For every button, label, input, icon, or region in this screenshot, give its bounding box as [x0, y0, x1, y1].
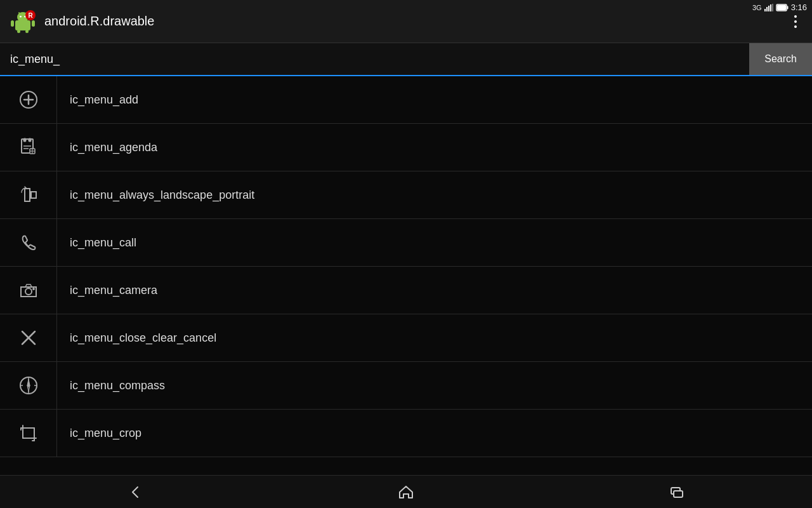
status-bar: 3G 3:16	[747, 0, 812, 15]
close-icon	[18, 328, 39, 348]
item-name: ic_menu_agenda	[57, 141, 157, 154]
search-bar: Search	[0, 43, 812, 76]
home-button[interactable]	[382, 478, 430, 506]
item-icon-cell	[0, 219, 57, 266]
svg-rect-49	[674, 491, 683, 497]
svg-rect-1	[766, 7, 768, 11]
svg-rect-16	[17, 30, 20, 33]
app-icon: R	[10, 9, 36, 34]
item-icon-cell	[0, 410, 57, 457]
svg-rect-15	[32, 20, 35, 27]
svg-point-38	[27, 384, 30, 387]
list-item[interactable]: ic_menu_compass	[0, 362, 812, 410]
item-icon-cell	[0, 124, 57, 171]
overflow-dot	[794, 15, 797, 18]
camera-icon	[18, 280, 39, 300]
signal-icon: 3G	[752, 4, 762, 11]
back-icon	[126, 483, 144, 501]
list-item[interactable]: ic_menu_agenda	[0, 124, 812, 171]
svg-rect-2	[768, 6, 769, 11]
item-name: ic_menu_compass	[57, 379, 165, 392]
compass-icon	[18, 375, 39, 396]
signal-strength-icon	[764, 4, 773, 11]
svg-rect-17	[25, 30, 29, 33]
svg-point-31	[25, 288, 32, 295]
svg-rect-7	[777, 5, 786, 10]
overflow-dot	[794, 20, 797, 23]
svg-rect-4	[772, 4, 773, 11]
list-item[interactable]: ic_menu_crop	[0, 410, 812, 457]
item-name: ic_menu_crop	[57, 427, 141, 440]
item-icon-cell	[0, 76, 57, 123]
recents-icon	[668, 483, 686, 501]
home-icon	[397, 483, 415, 501]
item-name: ic_menu_call	[57, 236, 136, 250]
app-bar: R android.R.drawable	[0, 0, 812, 43]
battery-icon	[776, 4, 789, 11]
svg-point-10	[20, 15, 22, 17]
search-button[interactable]: Search	[749, 43, 812, 75]
item-icon-cell	[0, 267, 57, 314]
svg-rect-0	[764, 9, 766, 11]
drawable-list: ic_menu_add ic_menu_agenda	[0, 76, 812, 475]
svg-point-32	[32, 288, 34, 290]
item-icon-cell	[0, 362, 57, 409]
crop-icon	[18, 423, 39, 443]
rotate-icon	[18, 185, 39, 205]
list-item[interactable]: ic_menu_camera	[0, 267, 812, 314]
agenda-icon	[18, 137, 39, 157]
item-name: ic_menu_camera	[57, 284, 157, 297]
list-item[interactable]: ic_menu_always_landscape_portrait	[0, 171, 812, 219]
svg-text:R: R	[28, 12, 33, 19]
svg-rect-6	[787, 6, 788, 9]
overflow-dot	[794, 25, 797, 28]
item-icon-cell	[0, 314, 57, 361]
item-name: ic_menu_add	[57, 93, 138, 107]
back-button[interactable]	[111, 478, 159, 506]
svg-rect-25	[29, 138, 31, 142]
call-icon	[18, 232, 39, 253]
list-item[interactable]: ic_menu_add	[0, 76, 812, 124]
search-input[interactable]	[10, 43, 749, 75]
add-circle-icon	[18, 90, 39, 110]
recents-button[interactable]	[653, 478, 701, 506]
svg-rect-24	[23, 138, 26, 142]
svg-rect-14	[11, 20, 14, 27]
app-title: android.R.drawable	[44, 14, 789, 29]
list-item[interactable]: ic_menu_close_clear_cancel	[0, 314, 812, 362]
svg-rect-3	[770, 4, 771, 11]
item-name: ic_menu_close_clear_cancel	[57, 331, 216, 345]
bottom-nav	[0, 475, 812, 508]
svg-rect-47	[23, 428, 34, 438]
item-name: ic_menu_always_landscape_portrait	[57, 189, 254, 202]
list-item[interactable]: ic_menu_call	[0, 219, 812, 267]
time-display: 3:16	[791, 3, 807, 12]
item-icon-cell	[0, 171, 57, 218]
